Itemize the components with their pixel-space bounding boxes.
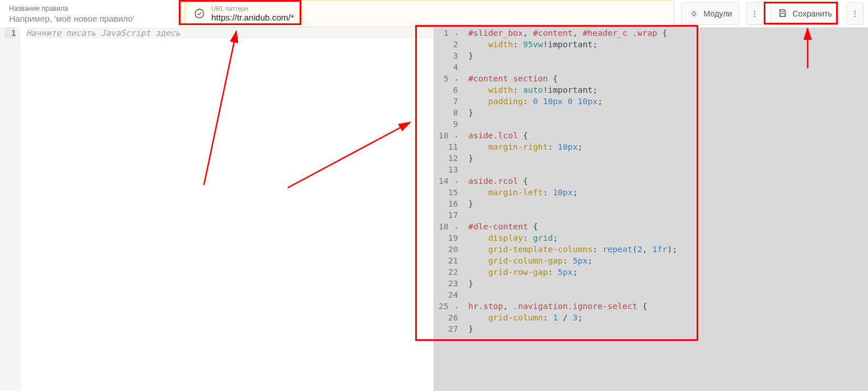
save-menu-button[interactable]: ⋮	[846, 2, 863, 25]
rule-name-field[interactable]: Название правила Например, 'моё новое пр…	[0, 0, 178, 27]
js-gutter: 1	[0, 27, 21, 391]
js-editor[interactable]: 1 Начните писать JavaScript здесь	[0, 27, 434, 391]
annotation-box-url	[179, 0, 301, 25]
modules-count: 0	[689, 10, 699, 18]
annotation-box-save	[764, 2, 838, 24]
line-number: 1	[5, 27, 16, 39]
js-placeholder: Начните писать JavaScript здесь	[26, 27, 433, 39]
js-code-area[interactable]: Начните писать JavaScript здесь	[21, 27, 433, 391]
modules-menu-button[interactable]: ⋮	[746, 2, 763, 25]
modules-button[interactable]: 0 Модули	[681, 2, 739, 25]
header-bar: Название правила Например, 'моё новое пр…	[0, 0, 868, 27]
rule-name-label: Название правила	[9, 5, 169, 13]
rule-name-placeholder: Например, 'моё новое правило'	[9, 14, 169, 23]
kebab-icon: ⋮	[851, 9, 859, 18]
kebab-icon: ⋮	[751, 9, 759, 18]
modules-label: Модули	[703, 9, 732, 18]
annotation-box-css	[415, 25, 698, 341]
